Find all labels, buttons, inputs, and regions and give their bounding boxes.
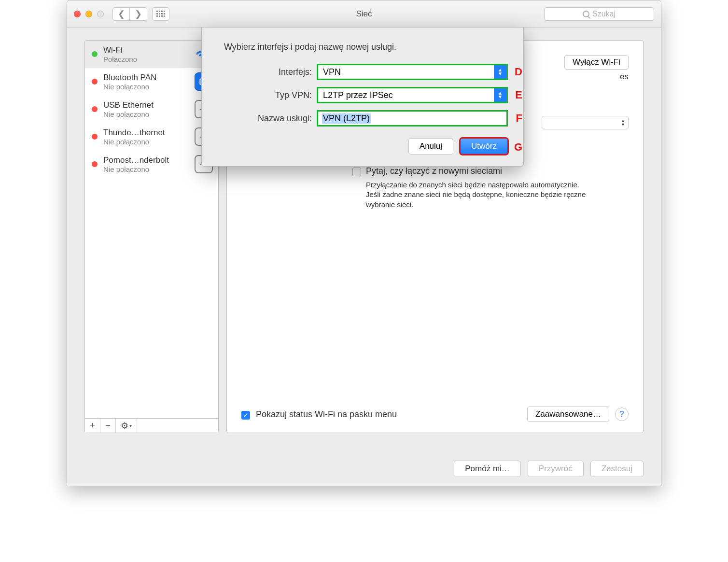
status-dot-icon	[92, 51, 98, 57]
show-all-button[interactable]	[152, 7, 169, 21]
assist-button[interactable]: Pomóż mi…	[454, 461, 521, 477]
minimize-window-button[interactable]	[85, 11, 92, 17]
grid-icon	[156, 11, 165, 17]
services-list: Wi-Fi Połączono Bluetooth PAN Nie połącz…	[85, 41, 218, 418]
annotation-g: G	[514, 141, 522, 154]
service-text: Wi-Fi Połączono	[103, 45, 188, 63]
interface-label: Interfejs:	[217, 67, 312, 77]
footer-spacer	[137, 419, 218, 433]
titlebar: ❮ ❯ Sieć Szukaj	[67, 0, 661, 28]
ask-join-row: Pytaj, czy łączyć z nowymi sieciami	[352, 166, 629, 176]
close-window-button[interactable]	[74, 11, 81, 17]
window-footer: Pomóż mi… Przywróć Zastosuj	[454, 461, 644, 477]
annotation-e: E	[515, 89, 522, 101]
service-text: Thunde…thernet Nie połączono	[103, 128, 188, 146]
service-name-input[interactable]: VPN (L2TP)	[317, 110, 508, 126]
interface-row: Interfejs: VPN ▲▼ D	[217, 64, 508, 80]
service-item-usb-ethernet[interactable]: USB Ethernet Nie połączono ⋯	[85, 96, 218, 123]
sheet-title: Wybierz interfejs i podaj nazwę nowej us…	[224, 42, 508, 52]
service-name: Wi-Fi	[103, 45, 188, 55]
turn-wifi-off-button[interactable]: Wyłącz Wi-Fi	[564, 55, 629, 70]
services-sidebar: Wi-Fi Połączono Bluetooth PAN Nie połącz…	[84, 40, 219, 433]
service-status: Nie połączono	[103, 110, 188, 118]
vpn-type-row: Typ VPN: L2TP przez IPSec ▲▼ E	[217, 87, 508, 103]
search-icon	[583, 11, 589, 17]
new-service-sheet: Wybierz interfejs i podaj nazwę nowej us…	[201, 28, 524, 167]
interface-control: VPN ▲▼ D	[317, 64, 508, 80]
interface-select[interactable]: VPN ▲▼	[317, 64, 508, 80]
stepper-arrows-icon: ▲▼	[621, 119, 625, 126]
status-dot-icon	[92, 79, 98, 84]
show-status-checkbox[interactable]: ✓	[241, 411, 250, 420]
network-preferences-window: ❮ ❯ Sieć Szukaj Wi-Fi Połąc	[67, 0, 661, 486]
back-button[interactable]: ❮	[112, 7, 130, 21]
zoom-window-button[interactable]	[97, 11, 104, 17]
status-text-fragment: es	[620, 72, 629, 82]
vpn-type-value: L2TP przez IPSec	[323, 90, 393, 100]
select-handle-icon: ▲▼	[494, 65, 506, 79]
sidebar-footer: + − ⚙▾	[85, 418, 218, 433]
service-status: Nie połączono	[103, 165, 188, 173]
service-text: Bluetooth PAN Nie połączono	[103, 73, 188, 91]
help-button[interactable]: ?	[615, 407, 629, 421]
vpn-type-select[interactable]: L2TP przez IPSec ▲▼	[317, 87, 508, 103]
vpn-type-label: Typ VPN:	[217, 90, 312, 100]
main-bottom-row: ✓ Pokazuj status Wi-Fi na pasku menu Zaa…	[241, 407, 629, 422]
annotation-f: F	[516, 112, 522, 125]
service-name: Pomost…nderbolt	[103, 155, 188, 165]
service-item-wifi[interactable]: Wi-Fi Połączono	[85, 41, 218, 68]
remove-service-button[interactable]: −	[100, 419, 116, 433]
status-dot-icon	[92, 106, 98, 112]
service-name: Thunde…thernet	[103, 128, 188, 138]
service-text: USB Ethernet Nie połączono	[103, 100, 188, 118]
network-select[interactable]: ▲▼	[542, 116, 629, 129]
revert-button[interactable]: Przywróć	[528, 461, 584, 477]
service-item-thunderbolt-bridge[interactable]: Pomost…nderbolt Nie połączono ⋯	[85, 151, 218, 178]
select-handle-icon: ▲▼	[494, 88, 506, 102]
search-placeholder: Szukaj	[592, 10, 616, 18]
ask-join-label: Pytaj, czy łączyć z nowymi sieciami	[366, 166, 502, 176]
service-name: Bluetooth PAN	[103, 73, 188, 83]
service-name-value: VPN (L2TP)	[322, 113, 371, 124]
sheet-buttons: Anuluj Utwórz G	[217, 138, 508, 155]
ask-join-description: Przyłączanie do znanych sieci będzie nas…	[366, 180, 588, 210]
interface-value: VPN	[323, 67, 341, 77]
traffic-lights	[74, 11, 104, 17]
ask-join-checkbox[interactable]	[352, 168, 361, 176]
annotation-d: D	[515, 66, 522, 78]
add-service-button[interactable]: +	[85, 419, 100, 433]
status-dot-icon	[92, 134, 98, 140]
service-status: Nie połączono	[103, 138, 188, 146]
nav-buttons: ❮ ❯	[112, 7, 147, 21]
service-actions-button[interactable]: ⚙▾	[116, 419, 137, 433]
vpn-type-control: L2TP przez IPSec ▲▼ E	[317, 87, 508, 103]
show-status-label: Pokazuj status Wi-Fi na pasku menu	[256, 409, 397, 420]
service-name: USB Ethernet	[103, 100, 188, 110]
apply-button[interactable]: Zastosuj	[590, 461, 644, 477]
advanced-button[interactable]: Zaawansowane…	[527, 407, 609, 422]
service-text: Pomost…nderbolt Nie połączono	[103, 155, 188, 173]
service-item-thunderbolt-ethernet[interactable]: Thunde…thernet Nie połączono ⋯	[85, 123, 218, 151]
service-name-row: Nazwa usługi: VPN (L2TP) F	[217, 110, 508, 126]
service-name-label: Nazwa usługi:	[217, 113, 312, 124]
search-input[interactable]: Szukaj	[544, 7, 654, 21]
status-dot-icon	[92, 161, 98, 167]
service-status: Połączono	[103, 55, 188, 63]
create-button[interactable]: Utwórz	[460, 138, 508, 155]
forward-button[interactable]: ❯	[130, 7, 147, 21]
service-name-control: VPN (L2TP) F	[317, 110, 508, 126]
service-status: Nie połączono	[103, 83, 188, 91]
cancel-button[interactable]: Anuluj	[408, 138, 453, 155]
service-item-bluetooth[interactable]: Bluetooth PAN Nie połączono ⬡	[85, 68, 218, 96]
